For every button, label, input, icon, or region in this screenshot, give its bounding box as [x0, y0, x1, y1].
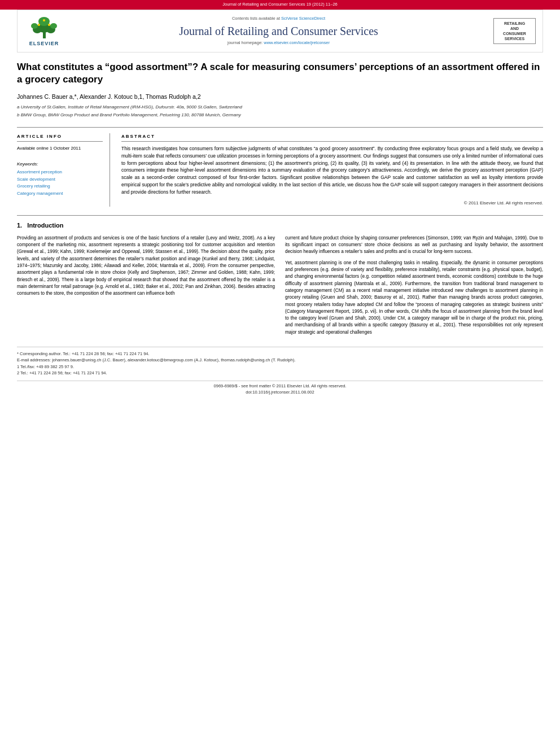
introduction-columns: Providing an assortment of products and …: [17, 235, 543, 340]
introduction-heading: 1. Introduction: [17, 221, 543, 230]
elsevier-logo-area: ELSEVIER: [24, 15, 64, 47]
kw-3: Grocery retailing: [17, 183, 103, 190]
copyright: © 2011 Elsevier Ltd. All rights reserved…: [121, 200, 543, 207]
article-info-label: ARTICLE INFO: [17, 133, 103, 142]
affiliation-b: b BMW Group, BMW Group Product and Brand…: [17, 112, 543, 119]
issn-line: 0969-6989/$ - see front matter © 2011 El…: [214, 383, 347, 388]
journal-badge: RETAILING AND CONSUMER SERVICES: [493, 18, 536, 44]
abstract-col: ABSTRACT This research investigates how …: [121, 133, 543, 207]
intro-para-left-1: Providing an assortment of products and …: [17, 235, 275, 298]
journal-title-area: Contents lists available at SciVerse Sci…: [69, 16, 488, 46]
article-info-abstract: ARTICLE INFO Available online 1 October …: [17, 127, 543, 207]
abstract-label: ABSTRACT: [121, 133, 543, 142]
footnote-area: * Corresponding author. Tel.: +41 71 224…: [17, 347, 543, 376]
article-title: What constitutes a “good assortment”? A …: [17, 61, 543, 86]
intro-para-right-2: Yet, assortment planning is one of the m…: [285, 260, 543, 336]
available-online: Available online 1 October 2011: [17, 145, 103, 152]
badge-line-4: SERVICES: [496, 36, 533, 41]
svg-point-4: [31, 23, 38, 29]
journal-title: Journal of Retailing and Consumer Servic…: [69, 24, 488, 38]
authors-line: Johannes C. Bauer a,*, Alexander J. Koto…: [17, 93, 543, 101]
footnote-2: 2 Tel.: +41 71 224 28 56; fax: +41 71 22…: [17, 370, 543, 376]
abstract-text: This research investigates how consumers…: [121, 145, 543, 195]
keywords-label: Keywords:: [17, 161, 103, 168]
svg-point-5: [50, 23, 57, 29]
sciverse-link[interactable]: SciVerse ScienceDirect: [281, 16, 325, 21]
main-content: What constitutes a “good assortment”? A …: [17, 53, 543, 404]
svg-point-7: [38, 24, 40, 26]
footnote-bottom: 0969-6989/$ - see front matter © 2011 El…: [17, 381, 543, 396]
kw-2: Scale development: [17, 176, 103, 183]
contents-available-line: Contents lists available at SciVerse Sci…: [69, 16, 488, 22]
introduction-section: 1. Introduction Providing an assortment …: [17, 215, 543, 340]
elsevier-tree-icon: [29, 15, 60, 40]
elsevier-wordmark: ELSEVIER: [29, 40, 59, 47]
footnote-emails: E-mail addresses: johannes.bauer@unisg.c…: [17, 357, 543, 363]
badge-line-3: CONSUMER: [496, 31, 533, 36]
journal-homepage: journal homepage: www.elsevier.com/locat…: [69, 40, 488, 46]
svg-point-8: [48, 24, 50, 26]
journal-citation-bar: Journal of Retailing and Consumer Servic…: [0, 0, 560, 10]
article-info-col: ARTICLE INFO Available online 1 October …: [17, 133, 110, 207]
doi-line: doi:10.1016/j.jretconser.2011.08.002: [246, 390, 314, 395]
citation-text: Journal of Retailing and Consumer Servic…: [222, 2, 337, 7]
intro-col-left: Providing an assortment of products and …: [17, 235, 275, 340]
footnote-star: * Corresponding author. Tel.: +41 71 224…: [17, 351, 543, 357]
journal-header: ELSEVIER Contents lists available at Sci…: [17, 10, 543, 53]
intro-para-right-1: current and future product choice by sha…: [285, 235, 543, 256]
intro-col-right: current and future product choice by sha…: [285, 235, 543, 340]
kw-4: Category management: [17, 190, 103, 197]
kw-1: Assortment perception: [17, 169, 103, 176]
badge-line-1: RETAILING: [496, 21, 533, 26]
svg-point-9: [43, 19, 45, 21]
homepage-url[interactable]: www.elsevier.com/locate/jretconser: [264, 40, 330, 45]
badge-line-2: AND: [496, 26, 533, 31]
affiliation-a: a University of St.Gallen, Institute of …: [17, 104, 543, 111]
footnote-1: 1 Tel./fax: +49 89 382 25 97 9.: [17, 364, 543, 370]
